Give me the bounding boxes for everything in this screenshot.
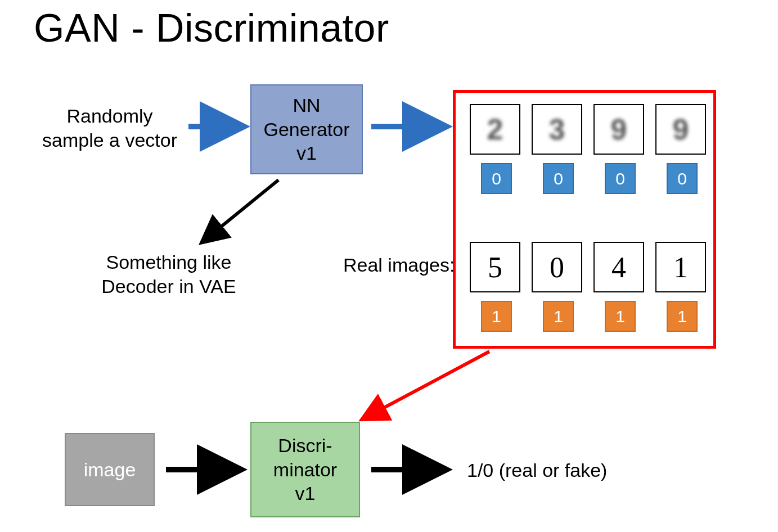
real-digit-1-glyph: 0 [550,249,564,286]
fake-label-0: 0 [481,163,512,194]
page-title: GAN - Discriminator [34,6,389,51]
image-placeholder-box: image [65,433,155,506]
fake-digit-1-glyph: 3 [549,111,565,148]
label-decoder-note-line1: Something like [106,251,231,273]
discriminator-box: Discri- minator v1 [250,422,360,517]
generator-line3: v1 [296,142,317,164]
label-decoder-note-line2: Decoder in VAE [101,276,236,297]
label-random-vector: Randomly sample a vector [37,104,183,152]
arrow-samples-to-discriminator [363,351,489,419]
real-label-3: 1 [667,301,698,332]
real-digit-0-glyph: 5 [488,249,502,286]
fake-digit-3: 9 [655,104,706,155]
generator-line2: Generator [263,119,349,140]
fake-digit-0-glyph: 2 [487,111,503,148]
generator-line1: NN [293,94,320,116]
real-digit-2-glyph: 4 [611,249,626,286]
discriminator-line3: v1 [295,483,316,504]
discriminator-line1: Discri- [278,435,332,456]
fake-digit-0: 2 [470,104,520,155]
real-label-1: 1 [543,301,574,332]
label-random-vector-line1: Randomly [66,105,152,127]
label-real-images: Real images: [343,253,461,277]
real-digit-1: 0 [532,242,582,292]
fake-label-2: 0 [605,163,636,194]
label-random-vector-line2: sample a vector [42,129,177,151]
arrow-generator-to-note [203,180,278,242]
real-digit-0: 5 [470,242,520,292]
real-digit-2: 4 [593,242,644,292]
real-label-2: 1 [605,301,636,332]
label-decoder-note: Something like Decoder in VAE [84,250,253,298]
real-digit-3: 1 [655,242,706,292]
real-digit-3-glyph: 1 [673,249,688,286]
fake-label-1: 0 [543,163,574,194]
fake-digit-1: 3 [532,104,582,155]
fake-label-3: 0 [667,163,698,194]
fake-digit-2-glyph: 9 [611,111,627,148]
label-output: 1/0 (real or fake) [467,458,681,483]
real-label-0: 1 [481,301,512,332]
fake-digit-3-glyph: 9 [673,111,689,148]
fake-digit-2: 9 [593,104,644,155]
generator-box: NN Generator v1 [250,84,363,174]
image-placeholder-label: image [84,458,136,482]
discriminator-line2: minator [273,459,337,480]
